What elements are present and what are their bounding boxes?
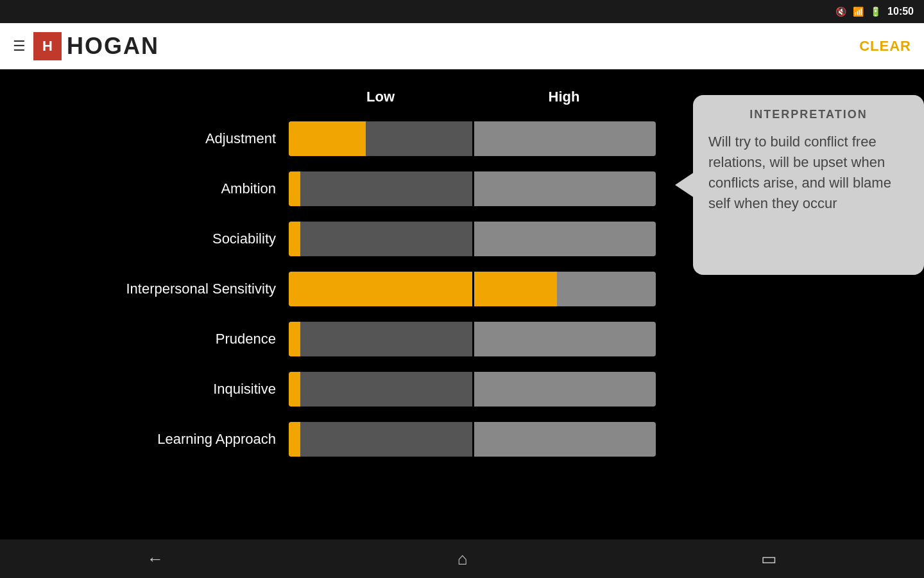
fill-inquisitive — [289, 372, 300, 407]
bar-low-inquisitive — [289, 372, 472, 407]
divider-ambition — [472, 171, 474, 206]
clear-button[interactable]: CLEAR — [859, 38, 911, 55]
bar-low-interpersonal — [289, 272, 472, 306]
col-header-low: Low — [289, 89, 472, 105]
label-prudence: Prudence — [26, 331, 289, 347]
bottom-nav: ← ⌂ ▭ — [0, 539, 924, 578]
bar-low-prudence — [289, 322, 472, 356]
interpretation-text: Will try to build conflict free relation… — [708, 132, 909, 214]
back-button[interactable]: ← — [147, 549, 164, 569]
logo-box: H — [33, 32, 62, 60]
row-inquisitive[interactable]: Inquisitive — [26, 367, 687, 411]
row-ambition[interactable]: Ambition — [26, 167, 687, 211]
track-sociability — [289, 222, 656, 256]
bar-high-ambition — [472, 171, 656, 206]
logo-text: HOGAN — [67, 33, 159, 60]
divider-prudence — [472, 322, 474, 356]
bar-low-ambition — [289, 171, 472, 206]
header-left: ☰ H HOGAN — [13, 32, 159, 60]
bar-low-adjustment — [289, 121, 472, 156]
chart-left: Low High Adjustment — [26, 89, 687, 539]
row-sociability[interactable]: Sociability — [26, 217, 687, 261]
divider-adjustment — [472, 121, 474, 156]
bar-high-learning — [472, 422, 656, 457]
divider-interpersonal — [472, 272, 474, 306]
interpretation-title: INTERPRETATION — [708, 108, 909, 121]
bar-high-inquisitive — [472, 372, 656, 407]
wifi-icon: 📶 — [853, 6, 864, 17]
home-button[interactable]: ⌂ — [458, 549, 468, 569]
track-inquisitive — [289, 372, 656, 407]
bar-low-learning — [289, 422, 472, 457]
status-bar: 🔇 📶 🔋 10:50 — [0, 0, 924, 23]
track-ambition — [289, 171, 656, 206]
bar-high-sociability — [472, 222, 656, 256]
divider-sociability — [472, 222, 474, 256]
fill-learning — [289, 422, 300, 457]
menu-icon[interactable]: ☰ — [13, 38, 26, 55]
fill-adjustment — [289, 121, 366, 156]
track-adjustment — [289, 121, 656, 156]
interpretation-box: INTERPRETATION Will try to build conflic… — [693, 95, 924, 275]
label-ambition: Ambition — [26, 180, 289, 197]
bar-high-adjustment — [472, 121, 656, 156]
header: ☰ H HOGAN CLEAR — [0, 23, 924, 69]
logo-container: H HOGAN — [33, 32, 159, 60]
label-inquisitive: Inquisitive — [26, 381, 289, 398]
status-time: 10:50 — [887, 6, 914, 17]
track-learning-approach — [289, 422, 656, 457]
bar-rows: Adjustment Ambition — [26, 117, 687, 461]
divider-inquisitive — [472, 372, 474, 407]
bar-low-sociability — [289, 222, 472, 256]
track-interpersonal-sensitivity — [289, 272, 656, 306]
battery-icon: 🔋 — [870, 6, 881, 17]
fill-ambition — [289, 171, 300, 206]
divider-learning — [472, 422, 474, 457]
col-header-high: High — [472, 89, 656, 105]
track-prudence — [289, 322, 656, 356]
mute-icon: 🔇 — [835, 6, 846, 17]
fill-sociability — [289, 222, 300, 256]
recent-button[interactable]: ▭ — [761, 549, 777, 569]
label-adjustment: Adjustment — [26, 130, 289, 147]
chart-container: Low High Adjustment — [26, 89, 898, 539]
column-headers: Low High — [289, 89, 687, 105]
label-interpersonal-sensitivity: Interpersonal Sensitivity — [26, 281, 289, 297]
label-learning-approach: Learning Approach — [26, 431, 289, 448]
label-sociability: Sociability — [26, 231, 289, 247]
row-prudence[interactable]: Prudence — [26, 317, 687, 361]
bar-high-interpersonal — [472, 272, 656, 306]
row-interpersonal-sensitivity[interactable]: Interpersonal Sensitivity — [26, 267, 687, 311]
logo-letter: H — [42, 38, 53, 55]
row-learning-approach[interactable]: Learning Approach — [26, 417, 687, 461]
row-adjustment[interactable]: Adjustment — [26, 117, 687, 161]
fill-interpersonal-low — [289, 272, 472, 306]
main-content: Low High Adjustment — [0, 69, 924, 539]
fill-interpersonal-high — [472, 272, 557, 306]
fill-prudence — [289, 322, 300, 356]
bar-high-prudence — [472, 322, 656, 356]
